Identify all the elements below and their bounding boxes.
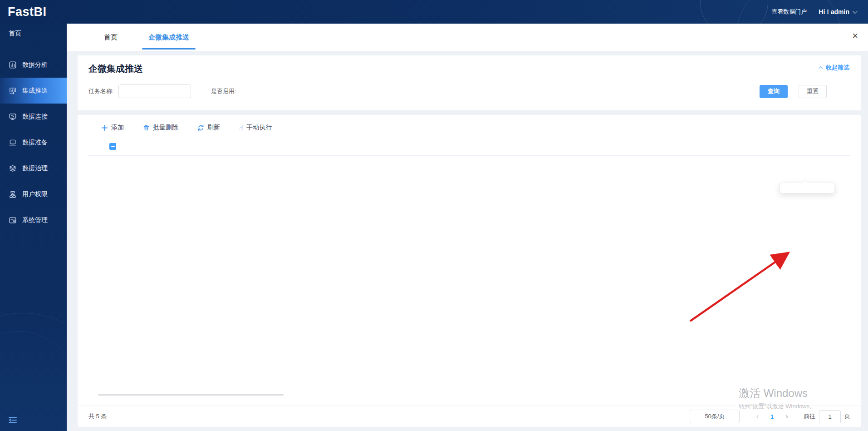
pagination-bar: 共 5 条 50条/页 ‹ 1 › 前往 页 [78, 406, 861, 427]
search-button[interactable]: 查询 [760, 85, 788, 98]
sidebar-item-home[interactable]: 首页 [0, 24, 67, 44]
goto-label: 前往 [804, 412, 815, 421]
sidebar-item-[interactable]: 系统管理 [0, 207, 67, 233]
prepare-icon [9, 139, 17, 147]
table-toolbar: 添加 批量删除 刷新 ☝ 手动执行 [101, 124, 850, 132]
enabled-filter-label: 是否启用: [211, 87, 236, 95]
task-name-input[interactable] [118, 84, 191, 98]
sidebar-item-[interactable]: 用户权限 [0, 181, 67, 207]
task-name-label: 任务名称: [88, 87, 114, 95]
table-header-row [88, 138, 850, 156]
refresh-icon [197, 124, 204, 131]
sidebar-item-active[interactable]: 集成推送 [0, 78, 67, 104]
sidebar-decor-circle [0, 331, 67, 431]
next-page-icon[interactable]: › [782, 412, 792, 421]
tab[interactable]: 首页 [98, 24, 124, 51]
hand-pointer-icon: ☝ [239, 124, 243, 131]
chevron-down-icon [853, 9, 858, 14]
sidebar-collapse-icon[interactable] [8, 416, 17, 426]
app-logo: FastBI [0, 5, 47, 19]
connection-icon [9, 113, 17, 121]
main-area: 首页企微集成推送 × 企微集成推送 收起筛选 任务名称: 是否启用: 查询 重置… [67, 24, 868, 431]
sidebar-item-label: 数据准备 [22, 139, 48, 147]
refresh-button[interactable]: 刷新 [197, 124, 220, 132]
top-header-bar: FastBI 查看数据门户 Hi ! admin [0, 0, 868, 24]
sidebar-item-[interactable]: 数据连接 [0, 104, 67, 129]
batch-delete-button[interactable]: 批量删除 [143, 124, 178, 132]
tab-bar: 首页企微集成推送 × [67, 24, 868, 51]
push-icon [9, 87, 17, 95]
sidebar-item-[interactable]: 数据分析 [0, 52, 67, 78]
prev-page-icon[interactable]: ‹ [752, 412, 762, 421]
chart-icon [9, 61, 17, 69]
goto-page-input[interactable] [819, 410, 841, 423]
task-table-panel: 添加 批量删除 刷新 ☝ 手动执行 [78, 115, 861, 427]
sidebar-item-label: 系统管理 [22, 216, 48, 224]
filter-panel: 企微集成推送 收起筛选 任务名称: 是否启用: 查询 重置 [78, 55, 861, 110]
users-icon [9, 190, 17, 198]
sidebar-item-label: 用户权限 [22, 190, 48, 198]
sidebar: 首页 数据分析 集成推送 数据连接 数据准备 数据治理 用户权限 系统管理 [0, 24, 67, 431]
sidebar-item-label: 数据连接 [22, 113, 48, 121]
row-actions-menu [780, 183, 835, 193]
plus-icon [101, 124, 108, 131]
sidebar-item-[interactable]: 数据治理 [0, 155, 67, 181]
close-tab-icon[interactable]: × [852, 31, 858, 41]
collapse-filter-link[interactable]: 收起筛选 [820, 64, 849, 72]
sidebar-item-[interactable]: 数据准备 [0, 129, 67, 155]
trash-icon [143, 124, 150, 131]
page-number[interactable]: 1 [762, 413, 782, 420]
page-size-select[interactable]: 50条/页 [690, 410, 740, 423]
sidebar-item-label: 数据治理 [22, 164, 48, 173]
page-title: 企微集成推送 [88, 63, 850, 75]
tab[interactable]: 企微集成推送 [142, 24, 196, 51]
sidebar-item-label: 集成推送 [22, 87, 48, 95]
sidebar-item-label: 数据分析 [22, 61, 48, 69]
governance-icon [9, 164, 17, 173]
horizontal-scrollbar[interactable] [98, 394, 284, 396]
add-button[interactable]: 添加 [101, 124, 124, 132]
reset-button[interactable]: 重置 [799, 85, 827, 98]
header-decor-circle [736, 0, 841, 24]
select-all-checkbox[interactable] [109, 143, 116, 150]
total-count: 共 5 条 [88, 412, 107, 421]
manual-run-button[interactable]: ☝ 手动执行 [239, 124, 272, 132]
sidebar-menu: 数据分析 集成推送 数据连接 数据准备 数据治理 用户权限 系统管理 [0, 52, 67, 233]
page-unit-label: 页 [844, 412, 850, 421]
system-icon [9, 216, 17, 224]
